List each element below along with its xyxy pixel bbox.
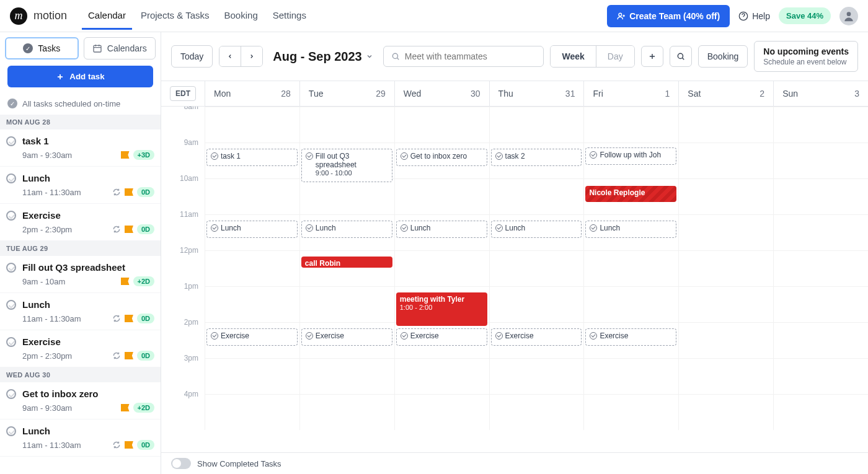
check-icon: [590, 151, 597, 159]
task-item[interactable]: Exercise 2pm - 2:30pm 0D: [0, 330, 161, 367]
task-item[interactable]: Lunch 11am - 11:30am 0D: [0, 419, 161, 457]
calendar-event[interactable]: Lunch: [301, 221, 392, 238]
day-column-header[interactable]: Sun3: [773, 81, 868, 106]
flag-icon: [125, 352, 133, 359]
booking-button[interactable]: Booking: [698, 45, 748, 68]
calendar-event[interactable]: Lunch: [491, 221, 582, 238]
calendar-event[interactable]: Fill out Q3 spreadsheet9:00 - 10:00: [301, 149, 392, 182]
task-checkbox[interactable]: [6, 263, 16, 273]
task-title: Lunch: [22, 173, 50, 183]
next-button[interactable]: [241, 46, 262, 66]
task-item[interactable]: task 1 9am - 9:30am +3D: [0, 129, 161, 167]
calendar-event[interactable]: Exercise: [301, 328, 392, 346]
view-day[interactable]: Day: [596, 46, 634, 67]
check-icon: [401, 152, 408, 160]
flag-icon: [121, 404, 130, 411]
person-icon: [843, 10, 855, 22]
chevron-right-icon: [249, 52, 255, 61]
show-completed-toggle[interactable]: [171, 458, 191, 469]
hour-label: 1pm: [161, 282, 205, 318]
today-button[interactable]: Today: [171, 45, 213, 68]
save-badge[interactable]: Save 44%: [779, 7, 831, 24]
nav-calendar[interactable]: Calendar: [82, 2, 132, 30]
day-column-header[interactable]: Sat2: [678, 81, 773, 106]
timezone-badge[interactable]: EDT: [170, 86, 196, 101]
due-pill: 0D: [137, 224, 154, 234]
hour-label: 11am: [161, 210, 205, 246]
search-box[interactable]: [383, 46, 544, 67]
task-item[interactable]: Lunch 11am - 11:30am 0D: [0, 293, 161, 330]
upcoming-panel[interactable]: No upcoming events Schedule an event bel…: [754, 41, 858, 72]
calendar-event[interactable]: Lunch: [396, 221, 487, 238]
tab-tasks[interactable]: ✓ Tasks: [5, 37, 79, 59]
hour-label: 3pm: [161, 354, 205, 390]
calendar-event[interactable]: Lunch: [585, 221, 676, 238]
brand-name: motion: [33, 9, 67, 22]
tab-calendars[interactable]: Calendars: [84, 37, 156, 59]
calendar-event[interactable]: Exercise: [585, 328, 676, 346]
task-checkbox[interactable]: [6, 337, 16, 347]
user-avatar[interactable]: [839, 7, 858, 25]
due-pill: 0D: [137, 314, 154, 323]
task-title: Lunch: [22, 299, 50, 310]
task-title: Exercise: [22, 210, 61, 221]
flag-icon: [125, 315, 133, 322]
add-button[interactable]: [641, 46, 663, 67]
check-icon: ✓: [23, 43, 33, 53]
flag-icon: [125, 441, 133, 449]
prev-button[interactable]: [219, 46, 241, 66]
calendar-event[interactable]: Exercise: [396, 328, 487, 346]
day-header: MON AUG 28: [0, 115, 161, 129]
task-time: 9am - 9:30am: [22, 403, 72, 413]
chevron-left-icon: [227, 52, 233, 61]
check-icon: ✓: [7, 99, 17, 108]
add-task-button[interactable]: Add task: [7, 66, 153, 87]
day-column-header[interactable]: Tue29: [299, 81, 394, 106]
task-item[interactable]: Exercise 2pm - 2:30pm 0D: [0, 204, 161, 241]
nav-booking[interactable]: Booking: [218, 2, 264, 30]
help-link[interactable]: Help: [738, 11, 770, 21]
create-team-button[interactable]: Create Team (40% off): [607, 5, 730, 27]
view-week[interactable]: Week: [551, 46, 596, 67]
nav-projects[interactable]: Projects & Tasks: [135, 2, 216, 30]
task-item[interactable]: Lunch 11am - 11:30am 0D: [0, 167, 161, 204]
check-icon: [306, 224, 313, 232]
day-column-header[interactable]: Wed30: [394, 81, 489, 106]
calendar-event[interactable]: Lunch: [206, 221, 298, 238]
calendar-event[interactable]: Get to inbox zero: [396, 149, 487, 166]
search-input[interactable]: [405, 51, 536, 61]
hour-label: 12pm: [161, 246, 205, 282]
svg-point-4: [392, 53, 397, 58]
day-column-header[interactable]: Thu31: [489, 81, 584, 106]
calendar-event[interactable]: Exercise: [206, 328, 298, 346]
check-icon: [306, 332, 313, 340]
flag-icon: [125, 226, 133, 233]
task-checkbox[interactable]: [6, 173, 16, 183]
task-checkbox[interactable]: [6, 136, 16, 146]
calendar-event[interactable]: call Robin: [301, 257, 392, 268]
svg-point-2: [847, 12, 851, 16]
calendar-event[interactable]: task 2: [491, 149, 582, 166]
calendar-event[interactable]: Exercise: [491, 328, 582, 346]
nav-settings[interactable]: Settings: [267, 2, 312, 30]
search-button[interactable]: [670, 46, 692, 67]
calendar-event[interactable]: task 1: [206, 149, 298, 166]
task-title: task 1: [22, 136, 49, 146]
task-list[interactable]: MON AUG 28 task 1 9am - 9:30am +3D Lunch…: [0, 115, 161, 474]
task-item[interactable]: Get to inbox zero 9am - 9:30am +2D: [0, 382, 161, 419]
date-range-picker[interactable]: Aug - Sep 2023: [269, 50, 376, 64]
day-column-header[interactable]: Mon28: [205, 81, 299, 106]
task-checkbox[interactable]: [6, 211, 16, 221]
hour-label: 8am: [161, 107, 205, 138]
task-checkbox[interactable]: [6, 389, 16, 399]
task-checkbox[interactable]: [6, 426, 16, 436]
check-icon: [401, 224, 408, 232]
calendar-event[interactable]: Nicole Replogle: [585, 186, 676, 202]
task-checkbox[interactable]: [6, 300, 16, 310]
calendar-event[interactable]: meeting with Tyler1:00 - 2:00: [396, 292, 487, 326]
day-column-header[interactable]: Fri1: [583, 81, 678, 106]
task-item[interactable]: Fill out Q3 spreadsheet 9am - 10am +2D: [0, 256, 161, 293]
check-icon: [495, 224, 503, 232]
calendar-event[interactable]: Follow up with Joh: [585, 147, 676, 165]
hour-label: 2pm: [161, 318, 205, 354]
